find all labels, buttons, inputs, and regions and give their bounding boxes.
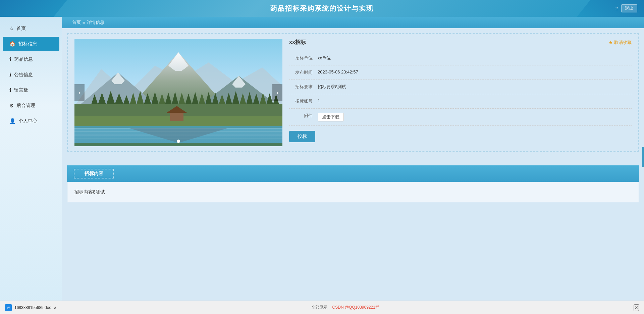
field-time: 发布时间 2023-05-06 23:42:57 xyxy=(289,65,632,80)
field-requirement-label: 招标要求 xyxy=(291,84,318,90)
bottom-file-section: W 1683388195689.doc ∧ xyxy=(5,304,57,311)
detail-panel: xx招标 ★ 取消收藏 招标单位 xx单位 发布时间 2023-05-06 23… xyxy=(289,39,632,146)
notice-icon: ℹ xyxy=(9,72,11,78)
main-content: 首页 ≡ 详情信息 xyxy=(62,17,644,314)
top-content: ‹ › xx招标 ★ 取消收藏 招标单位 xx单位 xyxy=(68,34,638,151)
detail-header: xx招标 ★ 取消收藏 xyxy=(289,39,632,46)
logout-button[interactable]: 退出 xyxy=(621,4,637,12)
bottom-bar: W 1683388195689.doc ∧ 全部显示 CSDN @QQ10396… xyxy=(0,301,644,314)
field-unit-value: xx单位 xyxy=(318,55,331,61)
header: 药品招标采购系统的设计与实现 2 退出 xyxy=(0,0,644,17)
expand-label: 全部显示 xyxy=(311,305,327,310)
home-icon: ☆ xyxy=(9,25,14,32)
field-requirement: 招标要求 招标要求8测试 xyxy=(289,80,632,94)
bid-button[interactable]: 投标 xyxy=(289,131,315,142)
spacer xyxy=(62,152,644,165)
carousel-prev-button[interactable]: ‹ xyxy=(74,84,85,101)
field-requirement-value: 招标要求8测试 xyxy=(318,84,346,90)
expand-chevron-button[interactable]: ∧ xyxy=(54,305,57,310)
content-text: 招标内容8测试 xyxy=(74,189,105,195)
sidebar-item-admin[interactable]: ⚙ 后台管理 xyxy=(3,99,59,113)
sidebar-item-label: 公告信息 xyxy=(14,72,33,78)
sidebar-item-label: 首页 xyxy=(16,25,26,32)
tender-icon: 🏠 xyxy=(9,41,16,47)
svg-rect-37 xyxy=(170,113,183,121)
content-body: 招标内容8测试 xyxy=(67,182,639,202)
header-right: 2 退出 xyxy=(615,4,637,12)
right-edge-bar xyxy=(642,147,644,167)
carousel-next-button[interactable]: › xyxy=(272,84,282,101)
sidebar-item-profile[interactable]: 👤 个人中心 xyxy=(3,114,59,128)
download-button[interactable]: 点击下载 xyxy=(318,113,344,121)
message-icon: ℹ xyxy=(9,87,11,93)
section-header-border: 招标内容 xyxy=(74,169,114,178)
sidebar-item-message[interactable]: ℹ 留言板 xyxy=(3,83,59,97)
sidebar-item-label: 药品信息 xyxy=(14,56,33,62)
image-carousel: ‹ › xyxy=(74,39,282,146)
top-dotted-region: ‹ › xx招标 ★ 取消收藏 招标单位 xx单位 xyxy=(67,33,639,152)
field-time-label: 发布时间 xyxy=(291,69,318,75)
sidebar-item-label: 后台管理 xyxy=(16,103,35,109)
admin-icon: ⚙ xyxy=(9,103,14,109)
carousel-dots xyxy=(177,140,180,143)
sidebar-item-drug[interactable]: ℹ 药品信息 xyxy=(3,52,59,66)
detail-title: xx招标 xyxy=(289,39,306,46)
field-attachment: 附件 点击下载 xyxy=(289,109,632,126)
sidebar-item-tender[interactable]: 🏠 招标信息 xyxy=(3,37,59,51)
layout: ☆ 首页 🏠 招标信息 ℹ 药品信息 ℹ 公告信息 ℹ 留言板 ⚙ 后台管理 👤… xyxy=(0,17,644,314)
sidebar-item-label: 个人中心 xyxy=(18,118,37,124)
field-account-value: 1 xyxy=(318,98,320,103)
field-unit-label: 招标单位 xyxy=(291,55,318,61)
breadcrumb-bar: 首页 ≡ 详情信息 xyxy=(62,17,644,28)
user-id: 2 xyxy=(615,6,618,11)
csdn-label: CSDN @QQ103969221群 xyxy=(332,305,379,310)
favorite-button[interactable]: ★ 取消收藏 xyxy=(608,40,632,46)
breadcrumb-home[interactable]: 首页 xyxy=(72,19,81,25)
breadcrumb-current: 详情信息 xyxy=(87,19,104,25)
sidebar-item-home[interactable]: ☆ 首页 xyxy=(3,21,59,36)
field-account: 招标账号 1 xyxy=(289,94,632,109)
svg-rect-45 xyxy=(74,143,282,146)
field-account-label: 招标账号 xyxy=(291,98,318,104)
bottom-close-button[interactable]: ✕ xyxy=(634,304,639,311)
app-title: 药品招标采购系统的设计与实现 xyxy=(270,4,374,13)
bottom-expand-section: 全部显示 CSDN @QQ103969221群 xyxy=(311,305,379,310)
file-name: 1683388195689.doc xyxy=(14,305,51,310)
sidebar: ☆ 首页 🏠 招标信息 ℹ 药品信息 ℹ 公告信息 ℹ 留言板 ⚙ 后台管理 👤… xyxy=(0,17,62,314)
field-attachment-label: 附件 xyxy=(291,113,318,119)
carousel-image xyxy=(74,39,282,146)
sidebar-item-notice[interactable]: ℹ 公告信息 xyxy=(3,68,59,82)
drug-icon: ℹ xyxy=(9,56,11,62)
field-time-value: 2023-05-06 23:42:57 xyxy=(318,69,358,74)
content-wrapper: 招标内容 招标内容8测试 xyxy=(67,165,639,202)
breadcrumb-separator: ≡ xyxy=(83,20,85,25)
section-header: 招标内容 xyxy=(67,165,639,182)
carousel-dot-1[interactable] xyxy=(177,140,180,143)
section-header-label: 招标内容 xyxy=(79,170,108,177)
field-unit: 招标单位 xx单位 xyxy=(289,51,632,65)
sidebar-item-label: 留言板 xyxy=(14,87,28,93)
sidebar-item-label: 招标信息 xyxy=(18,41,37,47)
file-icon: W xyxy=(5,304,12,311)
profile-icon: 👤 xyxy=(9,118,16,124)
